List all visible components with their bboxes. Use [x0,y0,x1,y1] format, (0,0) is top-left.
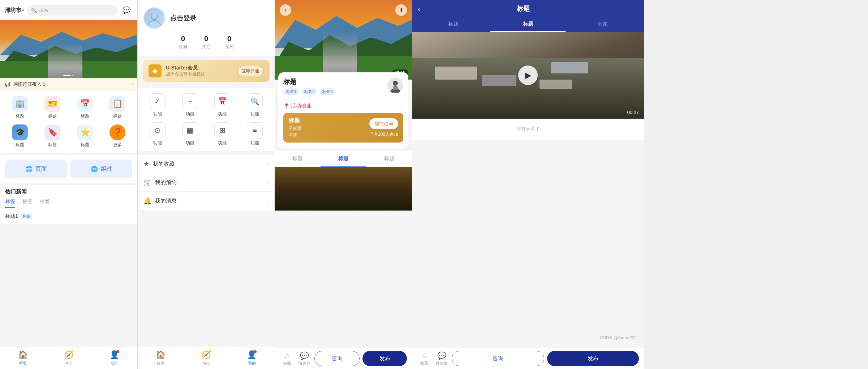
video-consult-button[interactable]: 咨询 [452,351,544,366]
grid-item-5[interactable]: 🔖 标题 [36,124,69,148]
notice-bar[interactable]: 📢 寒雨连江夜入吴 › [0,78,137,91]
menu-favorites[interactable]: ★ 我的收藏 › [138,155,275,173]
publish-button[interactable]: 发布 [362,351,407,366]
grid-icon-2: 📅 [77,96,93,112]
nav2-profile[interactable]: 👤 我的 [229,347,275,369]
nav2-dynamic[interactable]: 🧭 动态 [183,347,229,369]
func-icon-2: 📅 [214,93,230,109]
grid-label-1: 标题 [48,113,57,119]
func-icon-5: ▦ [182,122,198,138]
event-card: 标题 标签1 标签2 标签3 📍 活动地址 › [278,72,408,148]
event-tab-0[interactable]: 标题 [275,151,321,167]
grid-label-more: 更多 [113,142,122,148]
func-item-5[interactable]: ▦ 功能 [174,122,206,146]
grid-item-0[interactable]: 🏢 标题 [4,96,36,119]
func-icon-7: ≡ [247,122,263,138]
video-player[interactable]: ▶ 00:27 [412,32,644,119]
event-tab-2[interactable]: 标题 [366,151,412,167]
video-collect-btn[interactable]: ☆ 收藏 [417,351,431,366]
event-tab-1[interactable]: 标题 [321,151,366,167]
news-tabs: 标签 标签 标签 [5,198,132,208]
message-icon[interactable]: 💬 [121,4,132,16]
member-activate-button[interactable]: 立即开通 [237,66,264,76]
nav-profile[interactable]: 👤 我的 [91,347,137,369]
nav-dynamic[interactable]: 🧭 动态 [46,347,92,369]
func-item-7[interactable]: ≡ 功能 [239,122,271,146]
grid-icon-more: ❓ [109,124,125,140]
news-item-0[interactable]: 标题1 标签 [5,210,132,223]
back-button[interactable]: ‹ [280,4,291,16]
location-arrow: › [401,103,403,109]
grid-item-more[interactable]: ❓ 更多 [101,124,134,148]
video-tab-0[interactable]: 标题 [416,17,490,32]
news-tab-2[interactable]: 标签 [40,198,50,208]
func-item-6[interactable]: ⊞ 功能 [206,122,239,146]
compass2-icon: 🧭 [201,350,211,360]
member-icon: ◆ [149,64,162,77]
icon-grid: 🏢 标题 🎫 标题 📅 标题 📋 标题 🎓 标题 🔖 标题 ⭐ 标题 ❓ [0,91,137,153]
func-item-4[interactable]: ⊙ 功能 [141,122,174,146]
city-selector[interactable]: 潍坊市 ▾ [5,7,24,14]
func-item-3[interactable]: 🔍 功能 [239,93,271,117]
grid-item-6[interactable]: ⭐ 标题 [69,124,101,148]
menu-messages[interactable]: 🔔 我的消息 › [138,192,275,210]
user-avatar[interactable] [143,7,165,29]
search-bar[interactable]: 🔍 搜索 [27,5,118,16]
event-location[interactable]: 📍 活动地址 › [283,99,403,109]
login-prompt[interactable]: 点击登录 [170,14,196,22]
collect-count: 0 [181,35,185,43]
event-tags: 标签1 标签2 标签3 [283,88,335,95]
grid-icon-5: 🔖 [44,124,60,140]
grid-icon-3: 📋 [109,96,125,112]
menu-reservations[interactable]: 🛒 我的预约 › [138,173,275,192]
news-tab-0[interactable]: 标签 [5,198,15,208]
collect-btn[interactable]: ☆ 收藏 [280,351,294,366]
panel-home: 潍坊市 ▾ 🔍 搜索 💬 📢 寒雨连江夜入吴 › 🏢 标题 [0,0,137,369]
video-publish-button[interactable]: 发布 [547,351,639,366]
grid-item-4[interactable]: 🎓 标题 [4,124,36,148]
grid-item-2[interactable]: 📅 标题 [69,96,101,119]
func-icon-6: ⊞ [214,122,230,138]
func-label-0: 功能 [153,111,162,117]
play-button[interactable]: ▶ [518,65,538,85]
share-button[interactable]: ⬆ [395,4,407,16]
video-tabs: 标题 标题 标题 [412,17,644,32]
tag-1: 标签2 [301,88,317,95]
func-item-2[interactable]: 📅 功能 [206,93,239,117]
location-icon: 📍 [283,103,289,109]
grid-label-2: 标题 [81,113,89,119]
video-back-button[interactable]: ‹ [418,5,420,13]
grid-item-1[interactable]: 🎫 标题 [36,96,69,119]
collect-label-v: 收藏 [420,361,428,366]
messages-label: 我的消息 [155,198,263,204]
component-button[interactable]: 🌐 组件 [70,160,132,178]
organizer-avatar-svg [388,78,403,93]
grid-item-3[interactable]: 📋 标题 [101,96,134,119]
bell-icon: 🔔 [143,197,151,205]
news-tag-0: 标签 [21,213,32,219]
speaker-icon: 📢 [4,81,10,87]
grid-label-6: 标题 [81,142,89,148]
nav2-home[interactable]: 🏠 首页 [138,347,183,369]
func-item-1[interactable]: ＋ 功能 [174,93,206,117]
video-tab-1[interactable]: 标题 [490,17,565,32]
func-label-4: 功能 [153,140,162,146]
nav-profile-label: 我的 [111,361,119,366]
home-icon: 🏠 [18,350,28,360]
page-button[interactable]: 🌐 页面 [5,160,67,178]
consult-button[interactable]: 咨询 [314,351,360,366]
nav-home[interactable]: 🏠 首页 [0,347,46,369]
video-tab-2[interactable]: 标题 [566,17,640,32]
ticket-right: 预约咨询 已有100人参加 [369,118,398,137]
news-tab-1[interactable]: 标签 [22,198,33,208]
event-banner: ‹ ⬆ 🖼 10 [275,0,412,80]
func-item-0[interactable]: ✓ 功能 [141,93,174,117]
hot-news-section: 热门新闻 标签 标签 标签 标题1 标签 [0,185,137,224]
reserve-consult-button[interactable]: 预约咨询 [369,118,398,129]
video-wechat-btn[interactable]: 💬 微信群 [434,351,449,366]
wechat-group-btn[interactable]: 💬 微信群 [297,351,311,366]
nav-home-label: 首页 [19,361,27,366]
follow-label: 关注 [202,44,211,50]
member-card[interactable]: ◆ U-Starter会员 成为会员享专属权益 立即开通 [143,60,270,82]
grid-label-0: 标题 [16,113,24,119]
